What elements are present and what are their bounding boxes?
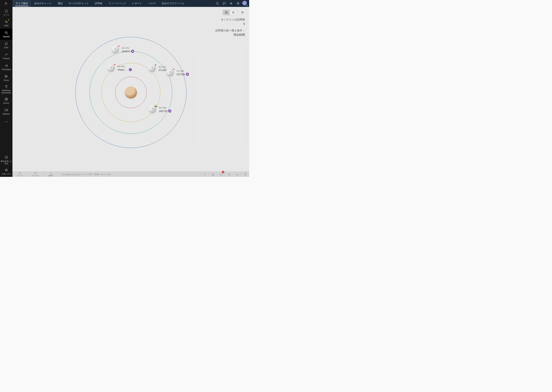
visitor-meta: 1m 44s237759✱	[176, 70, 189, 76]
tab-live-view[interactable]: ライブ表示	[13, 0, 31, 7]
visitor-meta: 2m 47s201671✱	[122, 47, 134, 53]
tab-feedback[interactable]: フィードバック	[105, 0, 129, 7]
chat-tab-chat[interactable]: チャット	[13, 172, 28, 177]
rail-item-desk[interactable]: Desk	[0, 40, 13, 50]
visitor-blip[interactable]: ?1m 44s237759✱	[166, 69, 189, 77]
rail-item-home[interactable]: ホーム	[0, 7, 13, 18]
main-canvas: オンラインの訪問者 5 訪問者の並べ替え条件： 滞在時間 ?2m 47s2016…	[13, 7, 249, 171]
svg-rect-6	[5, 109, 7, 111]
rail-item-label: Marketing Automation	[0, 89, 13, 94]
top-chat-button[interactable]	[221, 0, 228, 7]
operator-avatar[interactable]	[125, 86, 137, 98]
repeat-badge-icon: ⟳	[129, 68, 132, 71]
rail-item-label: Survey	[3, 102, 9, 104]
chat-tool-document[interactable]	[209, 172, 217, 177]
chat-tab-label: 連絡先	[49, 175, 53, 177]
salesiq-icon	[4, 31, 8, 35]
tab-label: 訪問者	[95, 2, 102, 5]
visitor-blip[interactable]: ?3m 20s271420	[148, 65, 167, 72]
clock-icon	[4, 155, 8, 160]
rail-item-webinar[interactable]: Webinar	[0, 106, 13, 117]
chat-tool-screen[interactable]: 5	[217, 172, 225, 177]
svg-point-12	[238, 3, 239, 4]
visitor-meta: 3m 20s271420	[159, 66, 167, 72]
visitor-avatar-wrap: ?🇮🇳	[149, 106, 156, 113]
status-dot-icon	[114, 64, 115, 65]
rail-item-label: ホーム	[3, 14, 9, 16]
tab-all-chats[interactable]: すべてのチャット	[66, 0, 92, 7]
crm-icon	[4, 20, 8, 24]
rail-item-social[interactable]: Social	[0, 72, 13, 83]
rail-item-campaigns[interactable]: Campaigns	[0, 62, 13, 72]
view-list-button[interactable]	[230, 10, 237, 15]
view-filter-button[interactable]	[239, 10, 246, 15]
visitor-time: 1m 44s	[176, 70, 189, 72]
rail-item-salesiq[interactable]: SalesIQ	[0, 29, 13, 40]
visitor-blip[interactable]: ?6m 42sVisitor …⟳	[107, 64, 132, 72]
online-visitors-label: オンラインの訪問者	[215, 18, 245, 21]
chat-tab-channel[interactable]: チャンネル	[28, 172, 43, 177]
chat-tab-contacts[interactable]: 連絡先	[43, 172, 58, 177]
top-sound-button[interactable]	[228, 0, 235, 7]
person-icon	[50, 172, 52, 174]
top-settings-button[interactable]	[235, 0, 241, 7]
rail-item-projects[interactable]: Projects	[0, 50, 13, 62]
tab-help[interactable]: ヘルプ	[145, 0, 159, 7]
rail-item-label: Desk	[4, 47, 8, 49]
rail-more-button[interactable]	[0, 117, 13, 126]
tab-my-profile[interactable]: 自分のプロフィール	[159, 0, 187, 7]
svg-point-8	[6, 121, 7, 122]
top-profile-avatar[interactable]	[242, 1, 248, 6]
asterisk-badge-icon: ✱	[168, 110, 171, 112]
status-dot-icon	[118, 45, 120, 47]
rail-item-label: Campaigns	[1, 68, 11, 71]
tab-label: 通話	[58, 2, 63, 5]
visitor-avatar-wrap: ?	[148, 65, 156, 72]
visitor-id: 201671	[122, 50, 130, 53]
top-search-button[interactable]	[214, 0, 221, 7]
visitor-avatar-icon: ?	[166, 69, 174, 77]
rail-collapse-button[interactable]	[0, 0, 13, 7]
quick-chat-input-wrap	[58, 172, 201, 177]
sort-by-value[interactable]: 滞在時間	[215, 33, 245, 37]
svg-rect-18	[220, 173, 222, 175]
visitor-blip[interactable]: ?2m 47s201671✱	[111, 46, 134, 54]
visitor-id: 271420	[159, 69, 167, 72]
visitor-time: 3m 20s	[159, 66, 167, 68]
svg-point-13	[225, 11, 227, 14]
status-dot-icon	[173, 68, 174, 70]
rail-recent[interactable]: 最近使用した項目	[0, 154, 13, 166]
tab-my-chats[interactable]: 自分のチャット	[31, 0, 55, 7]
chat-tool-collaborate[interactable]	[201, 172, 209, 177]
svg-point-5	[6, 98, 7, 100]
rail-item-crm[interactable]: CRM	[0, 18, 13, 29]
chat-tool-clipboard[interactable]	[241, 172, 249, 177]
rail-favorites[interactable]: お気に入り	[0, 166, 13, 177]
view-rings-button[interactable]	[223, 10, 230, 15]
star-icon	[4, 168, 8, 172]
notification-dot-icon	[8, 19, 9, 20]
tab-label: レポート	[132, 2, 142, 5]
tab-calls[interactable]: 通話	[55, 0, 66, 7]
tab-visitors[interactable]: 訪問者	[92, 0, 105, 7]
chat-bubble-icon	[19, 172, 22, 174]
asterisk-badge-icon: ✱	[186, 73, 189, 76]
chat-tools: 5	[201, 172, 249, 177]
visitor-time: 2m 47s	[122, 47, 134, 49]
tab-label: 自分のプロフィール	[162, 2, 184, 5]
rail-item-label: CRM	[4, 25, 8, 27]
tab-report[interactable]: レポート	[129, 0, 145, 7]
tab-label: ライブ表示	[15, 2, 28, 5]
online-visitors-count: 5	[215, 22, 245, 25]
tab-label: 自分のチャット	[34, 2, 51, 5]
rail-item-label: 最近使用した項目	[0, 160, 13, 165]
visitor-blip[interactable]: ?🇮🇳5m 54s182725✱	[149, 106, 171, 113]
rail-item-survey[interactable]: Survey	[0, 95, 13, 106]
rail-item-marketing-automation[interactable]: Marketing Automation	[0, 83, 13, 95]
chat-tool-announce[interactable]	[233, 172, 241, 177]
home-icon	[4, 9, 8, 13]
chat-tool-reminder[interactable]	[225, 172, 233, 177]
quick-chat-input[interactable]	[60, 173, 199, 176]
visitor-time: 5m 54s	[159, 106, 171, 109]
visitor-avatar-wrap: ?	[107, 64, 115, 72]
